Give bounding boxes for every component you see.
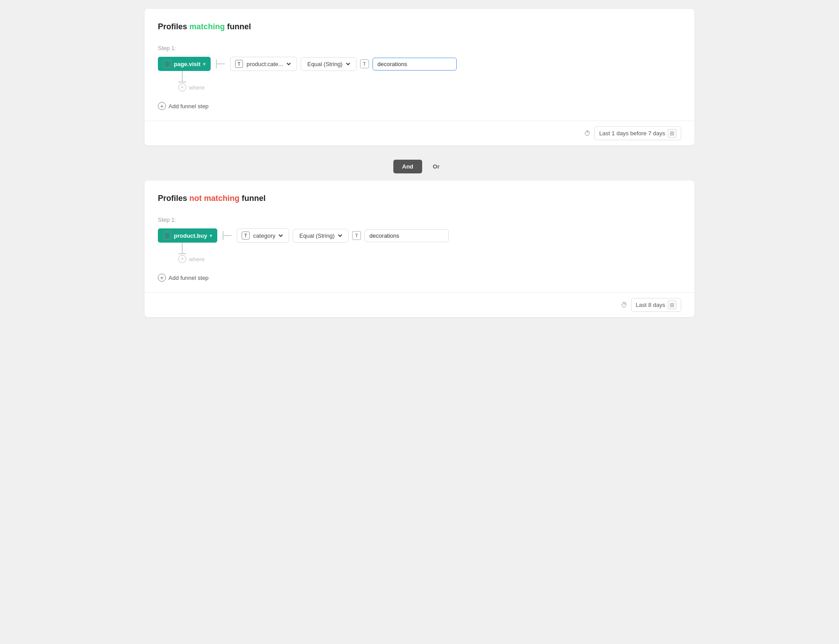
- add-funnel2-label: Add funnel step: [169, 275, 208, 281]
- property2-select[interactable]: T category: [237, 228, 289, 243]
- add-funnel2-step-button[interactable]: + Add funnel step: [158, 274, 681, 282]
- where-plus-icon[interactable]: +: [178, 83, 186, 91]
- property-select[interactable]: T product:cate...: [230, 57, 297, 71]
- step1-label: Step 1:: [158, 45, 681, 51]
- add-funnel-step-button[interactable]: + Add funnel step: [158, 102, 681, 110]
- add-step-plus-icon: +: [158, 102, 166, 110]
- section2-date-bar: ⏱ Last 8 days ⊞: [145, 292, 694, 317]
- title2-before: Profiles: [158, 194, 187, 203]
- title-matching: matching: [189, 22, 225, 31]
- section1-title: Profiles matching funnel: [158, 22, 681, 31]
- title-after: funnel: [227, 22, 251, 31]
- value-input[interactable]: [372, 58, 457, 71]
- property-type-icon: T: [235, 60, 243, 68]
- add-funnel-label: Add funnel step: [169, 103, 208, 110]
- title2-after: funnel: [242, 194, 266, 203]
- date2-label: Last 8 days: [636, 302, 666, 308]
- date-range-badge[interactable]: Last 1 days before 7 days ⊞: [594, 126, 681, 140]
- clock2-icon: ⏱: [621, 301, 627, 309]
- chevron-icon: ▾: [203, 62, 205, 67]
- property-dropdown[interactable]: product:cate...: [245, 60, 292, 68]
- value-type-icon: T: [360, 59, 369, 68]
- value2-type-icon: T: [352, 231, 361, 240]
- value2-input[interactable]: [365, 229, 449, 242]
- operator-select[interactable]: Equal (String): [301, 57, 357, 71]
- calendar-icon: ⊞: [668, 129, 676, 137]
- property2-dropdown[interactable]: category: [251, 232, 284, 240]
- date2-range-badge[interactable]: Last 8 days ⊞: [631, 298, 682, 312]
- page-visit-button[interactable]: Q page.visit ▾: [158, 57, 211, 71]
- title-before: Profiles: [158, 22, 187, 31]
- add-step2-plus-icon: +: [158, 274, 166, 282]
- clock-icon: ⏱: [584, 130, 591, 137]
- operator-dropdown[interactable]: Equal (String): [306, 60, 352, 68]
- section2-title: Profiles not matching funnel: [158, 194, 681, 203]
- title2-not-matching: not matching: [189, 194, 239, 203]
- operator-section: And Or: [145, 153, 694, 181]
- calendar2-icon: ⊞: [668, 301, 676, 309]
- event2-button-label: product.buy: [174, 232, 207, 239]
- step1-row: Q page.visit ▾ T product:cate... E: [158, 57, 681, 71]
- step2-row: Q product.buy ▾ T category Equal (: [158, 228, 681, 243]
- chevron2-icon: ▾: [210, 233, 212, 238]
- date-label: Last 1 days before 7 days: [599, 130, 665, 137]
- event-button-label: page.visit: [174, 61, 200, 67]
- and-button[interactable]: And: [393, 160, 422, 173]
- operator2-select[interactable]: Equal (String): [293, 229, 349, 243]
- where-label: where: [189, 84, 204, 91]
- property2-type-icon: T: [242, 232, 250, 240]
- where2-plus-icon[interactable]: +: [178, 255, 186, 263]
- where-row: + where: [178, 83, 681, 91]
- where2-row: + where: [178, 255, 681, 263]
- or-button[interactable]: Or: [427, 160, 446, 173]
- section1-date-bar: ⏱ Last 1 days before 7 days ⊞: [145, 121, 694, 145]
- event2-icon: Q: [163, 232, 171, 240]
- event-icon: Q: [163, 60, 171, 68]
- where2-label: where: [189, 256, 204, 263]
- step2-label: Step 1:: [158, 216, 681, 223]
- product-buy-button[interactable]: Q product.buy ▾: [158, 228, 217, 243]
- operator2-dropdown[interactable]: Equal (String): [298, 232, 344, 240]
